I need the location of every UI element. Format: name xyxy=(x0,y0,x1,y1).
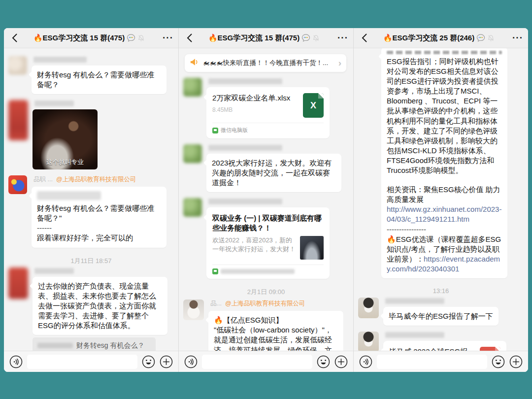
link-title: 双碳业务 (一) | 双碳赛道到底有哪些业务能赚钱？！ xyxy=(212,213,324,233)
message-row: 毕马威 2023全球ESG报告.pdf 2.78MB PDF xyxy=(358,332,525,351)
emoji-icon[interactable] xyxy=(317,355,330,368)
mute-bell-icon xyxy=(312,34,320,42)
message-input[interactable] xyxy=(377,355,487,369)
chat-body-3: ESG报告指引；同时评级机构也针对公司发布的ESG相关信息对该公司的ESG进行评… xyxy=(354,48,528,351)
excel-badge: X xyxy=(310,100,316,111)
announcement-text: 🏍🏍🏍快来听直播！！今晚直播有干货！... xyxy=(203,59,334,67)
chevron-right-icon: › xyxy=(338,60,341,66)
link-thumbnail xyxy=(300,236,324,260)
message-input[interactable] xyxy=(27,355,137,369)
chat-title: 🔥ESG学习交流 15 群(475) xyxy=(208,33,299,43)
message-input[interactable] xyxy=(202,355,312,369)
message-bubble[interactable]: 🔥【亿点ESG知识】 "低碳社会（low-carbon society）"，就是… xyxy=(208,311,343,351)
back-icon[interactable] xyxy=(359,33,369,43)
message-bubble[interactable]: 毕马威今年的ESG报告了解一下 xyxy=(383,307,499,326)
message-col: 2万家双碳企业名单.xlsx 8.45MB X 微信电脑版 xyxy=(206,78,330,138)
more-menu-icon[interactable]: ··· xyxy=(508,35,523,40)
message-row: 毕马威今年的ESG报告了解一下 xyxy=(358,298,525,326)
message-bubble[interactable]: 过去你做的资产负债表、现金流量表、损益表、未来你也要去了解怎么去做一张碳资产负债… xyxy=(33,277,167,335)
emoji-icon[interactable] xyxy=(492,355,505,368)
avatar[interactable] xyxy=(183,299,204,320)
sender-name-redacted xyxy=(208,78,282,84)
message-bubble[interactable]: 2023祝大家行好运，发大财。欢迎有兴趣的朋友随时交流，一起在双碳赛道掘金！ xyxy=(206,154,341,192)
chat-title-wrap: 🔥ESG学习交流 15 群(475) xyxy=(20,33,159,43)
back-icon[interactable] xyxy=(184,33,195,43)
chat-title: 🔥ESG学习交流 15 群(475) xyxy=(33,33,125,43)
source-icon xyxy=(212,268,218,274)
file-card[interactable]: 毕马威 2023全球ESG报告.pdf 2.78MB PDF xyxy=(383,341,506,351)
back-icon[interactable] xyxy=(9,33,20,43)
chat-title: 🔥ESG学习交流 25 群(246) xyxy=(383,33,474,43)
link-card[interactable]: 双碳业务 (一) | 双碳赛道到底有哪些业务能赚钱？！ 欢送2022，喜迎202… xyxy=(206,207,330,279)
avatar[interactable] xyxy=(8,56,27,75)
file-card-main: 毕马威 2023全球ESG报告.pdf 2.78MB PDF xyxy=(389,347,500,351)
more-menu-icon[interactable]: ··· xyxy=(159,35,173,40)
avatar-clipped xyxy=(358,50,377,51)
quoted-message[interactable]: 财务转esg 有机会么？需要做哪些准备呢？ xyxy=(33,337,156,351)
chat-header-3: 🔥ESG学习交流 25 群(246) ··· xyxy=(354,28,528,48)
mention-tag[interactable]: @上海品职教育科技有限公司 xyxy=(56,175,136,184)
message-bubble[interactable]: 财务转esg 有机会么？需要做哪些准备呢？ xyxy=(32,66,166,94)
emoji-icon[interactable] xyxy=(142,355,155,368)
message-bubble[interactable]: 财务转esg 有机会么？需要做哪些准备呢？" ------ 跟着课程好好学，完全… xyxy=(32,187,166,247)
voice-input-icon[interactable] xyxy=(184,355,198,368)
sender-name: 品... xyxy=(210,299,222,308)
plus-icon[interactable] xyxy=(160,355,173,368)
message-row: 这个就叫专业 xyxy=(8,100,175,169)
message-bubble[interactable]: ESG报告指引；同时评级机构也针对公司发布的ESG相关信息对该公司的ESG进行评… xyxy=(381,48,507,278)
plus-icon[interactable] xyxy=(334,355,348,368)
chat-panel-1: 🔥ESG学习交流 15 群(475) ··· 财务转esg 有机会么？需要做哪些… xyxy=(4,28,179,372)
plus-icon[interactable] xyxy=(509,355,523,368)
wechat-pc-icon xyxy=(212,128,218,133)
more-menu-icon[interactable]: ··· xyxy=(333,35,348,40)
message-col: 品职 ... @上海品职教育科技有限公司 财务转esg 有机会么？需要做哪些准备… xyxy=(32,175,166,247)
chat-body-1: 财务转esg 有机会么？需要做哪些准备呢？ 这个就叫专业 xyxy=(4,48,178,351)
chat-bubble-icon[interactable] xyxy=(476,34,485,42)
message-col: 毕马威 2023全球ESG报告.pdf 2.78MB PDF xyxy=(383,332,506,351)
avatar[interactable] xyxy=(183,78,202,97)
excel-file-icon: X xyxy=(303,93,324,118)
file-name: 毕马威 2023全球ESG报告.pdf xyxy=(389,347,475,351)
chat-panel-3: 🔥ESG学习交流 25 群(246) ··· E xyxy=(354,28,528,372)
message-col: ESG报告指引；同时评级机构也针对公司发布的ESG相关信息对该公司的ESG进行评… xyxy=(381,50,507,278)
avatar[interactable] xyxy=(358,298,379,318)
avatar[interactable] xyxy=(8,100,28,140)
message-paragraph: 相关资讯：聚焦ESG核心价值 助力高质量发展 xyxy=(387,185,502,204)
source-name-redacted xyxy=(221,269,295,274)
chat-windows-card: 🔥ESG学习交流 15 群(475) ··· 财务转esg 有机会么？需要做哪些… xyxy=(4,28,528,372)
chat-bubble-icon[interactable] xyxy=(301,34,310,42)
mention-tag[interactable]: @上海品职教育科技有限公司 xyxy=(225,299,305,308)
avatar[interactable] xyxy=(8,175,27,194)
voice-input-icon[interactable] xyxy=(9,355,23,368)
sender-name: 品职 ... xyxy=(33,175,53,184)
chat-panel-2: 🔥ESG学习交流 15 群(475) ··· 🏍🏍🏍快来听直播！！今晚直播有干货 xyxy=(179,28,354,372)
mute-bell-icon xyxy=(137,34,145,42)
link-description: 欢送2022，喜迎2023，新的一年祝大家行好运，发大财！ xyxy=(212,236,296,260)
avatar[interactable] xyxy=(183,198,202,217)
sender-name-redacted xyxy=(208,145,282,151)
avatar[interactable] xyxy=(358,332,379,351)
input-bar xyxy=(4,351,178,372)
message-link[interactable]: http://www.gz.xinhuanet.com/2023-04/03/c… xyxy=(387,205,501,223)
sender-name-redacted xyxy=(33,57,87,63)
megaphone-icon xyxy=(190,58,199,68)
avatar[interactable] xyxy=(183,144,202,163)
file-info: 2万家双碳企业名单.xlsx 8.45MB xyxy=(212,93,290,118)
file-card[interactable]: 2万家双碳企业名单.xlsx 8.45MB X 微信电脑版 xyxy=(206,87,330,138)
voice-input-icon[interactable] xyxy=(359,355,372,368)
gif-message[interactable]: 这个就叫专业 xyxy=(33,109,98,169)
message-divider: ---------------- xyxy=(387,225,502,234)
message-col: 过去你做的资产负债表、现金流量表、损益表、未来你也要去了解怎么去做一张碳资产负债… xyxy=(33,267,167,351)
message-paragraph: 🔥ESG优选课（课程覆盖超多ESG知识点/考点，了解行业趋势以及职业前景）：ht… xyxy=(387,234,502,274)
sender-name-line: 品... @上海品职教育科技有限公司 xyxy=(210,299,343,308)
link-card-footer xyxy=(212,265,324,279)
chat-title-wrap: 🔥ESG学习交流 15 群(475) xyxy=(195,33,333,43)
chat-body-2: 🏍🏍🏍快来听直播！！今晚直播有干货！... › 2万家双碳企业名单.xlsx 8… xyxy=(179,48,353,351)
avatar[interactable] xyxy=(8,267,28,299)
message-col: 双碳业务 (一) | 双碳赛道到底有哪些业务能赚钱？！ 欢送2022，喜迎202… xyxy=(206,198,330,279)
chat-title-wrap: 🔥ESG学习交流 25 群(246) xyxy=(369,33,508,43)
chat-bubble-icon[interactable] xyxy=(127,34,135,42)
input-bar xyxy=(354,351,528,372)
group-announcement[interactable]: 🏍🏍🏍快来听直播！！今晚直播有干货！... › xyxy=(185,54,346,72)
pdf-file-icon: PDF xyxy=(480,347,500,351)
